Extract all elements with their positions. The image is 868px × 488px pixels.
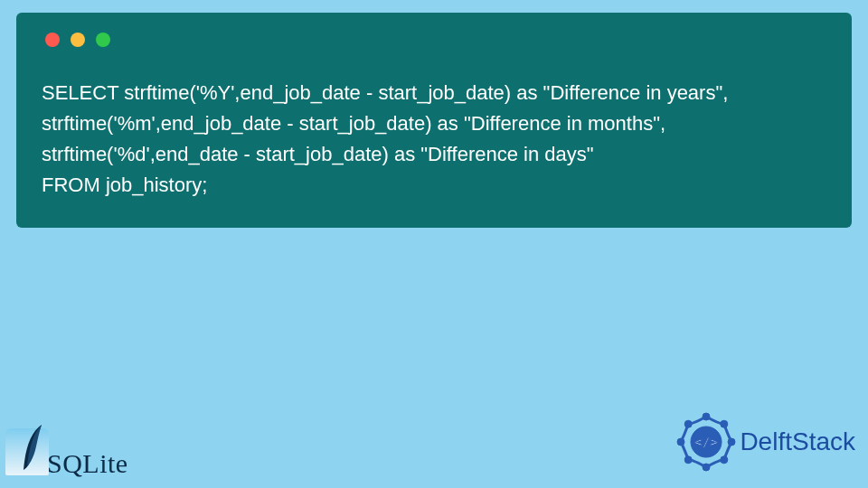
window-minimize-dot — [71, 33, 85, 47]
delftstack-logo: </> DelftStack — [676, 412, 855, 472]
window-controls — [45, 33, 826, 47]
code-line: FROM job_history; — [42, 170, 826, 201]
window-maximize-dot — [96, 33, 110, 47]
svg-text:</>: </> — [695, 435, 718, 449]
sqlite-logo: SQLite — [5, 428, 128, 475]
code-line: strftime('%d',end_date - start_job_date)… — [42, 139, 826, 170]
code-content: SELECT strftime('%Y',end_job_date - star… — [42, 78, 826, 201]
delftstack-label: DelftStack — [740, 427, 855, 456]
window-close-dot — [45, 33, 60, 47]
code-line: SELECT strftime('%Y',end_job_date - star… — [42, 78, 826, 108]
sqlite-badge-icon — [5, 428, 49, 475]
delftstack-badge-icon: </> — [676, 412, 736, 472]
sqlite-label: SQLite — [47, 448, 128, 479]
code-block: SELECT strftime('%Y',end_job_date - star… — [16, 13, 852, 228]
code-line: strftime('%m',end_job_date - start_job_d… — [42, 108, 826, 139]
